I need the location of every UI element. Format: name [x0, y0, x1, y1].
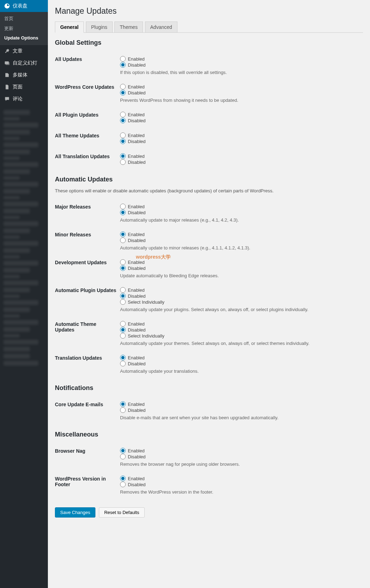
desc-dev: Update automatically to Bleeding Edge re…: [120, 273, 363, 278]
radio-all-translation-disabled[interactable]: Disabled: [120, 159, 363, 165]
pin-icon: [4, 48, 11, 55]
radio-dev-disabled[interactable]: Disabled: [120, 265, 363, 271]
comment-icon: [4, 95, 11, 103]
media-icon: [4, 72, 11, 79]
radio-core-email-disabled[interactable]: Disabled: [120, 407, 363, 413]
images-icon: [4, 60, 11, 67]
row-version-footer: WordPress Version in Footer Enabled Disa…: [55, 471, 363, 499]
radio-all-updates-disabled[interactable]: Disabled: [120, 62, 363, 68]
desc-core-email: Disable e-mails that are sent when your …: [120, 415, 363, 420]
section-heading-auto: Automatic Updates: [55, 176, 363, 183]
radio-browser-nag-disabled[interactable]: Disabled: [120, 454, 363, 459]
admin-sidebar: 仪表盘 首页 更新 Update Options 文章 自定义幻灯 多媒体: [0, 0, 48, 588]
tab-general[interactable]: General: [55, 21, 84, 33]
desc-browser-nag: Removes the browser nag for people using…: [120, 462, 363, 467]
radio-auto-translation-enabled[interactable]: Enabled: [120, 355, 363, 360]
sidebar-label: 多媒体: [13, 72, 27, 78]
radio-auto-theme-disabled[interactable]: Disabled: [120, 327, 363, 333]
row-dev: Development Updates Enabled Disabled Upd…: [55, 255, 363, 283]
label-minor: Minor Releases: [55, 231, 120, 237]
sidebar-item-media[interactable]: 多媒体: [0, 69, 48, 81]
radio-auto-translation-disabled[interactable]: Disabled: [120, 361, 363, 366]
label-version-footer: WordPress Version in Footer: [55, 475, 120, 487]
radio-wp-core-disabled[interactable]: Disabled: [120, 90, 363, 95]
main-content: Manage Updates General Plugins Themes Ad…: [48, 0, 370, 588]
tab-themes[interactable]: Themes: [114, 21, 143, 32]
dashboard-icon: [4, 2, 11, 10]
label-auto-translation: Translation Updates: [55, 354, 120, 361]
label-all-translation: All Translation Updates: [55, 153, 120, 159]
label-all-theme: All Theme Updates: [55, 132, 120, 138]
desc-auto-plugin: Automatically update your plugins. Selec…: [120, 307, 363, 312]
radio-all-translation-enabled[interactable]: Enabled: [120, 153, 363, 159]
sidebar-sub-home[interactable]: 首页: [0, 14, 48, 24]
radio-all-plugin-enabled[interactable]: Enabled: [120, 112, 363, 117]
radio-minor-disabled[interactable]: Disabled: [120, 237, 363, 243]
page-title: Manage Updates: [55, 6, 363, 16]
section-heading-misc: Miscellaneous: [55, 431, 363, 438]
sidebar-item-comments[interactable]: 评论: [0, 93, 48, 105]
sidebar-item-posts[interactable]: 文章: [0, 45, 48, 57]
radio-major-disabled[interactable]: Disabled: [120, 210, 363, 215]
sidebar-item-pages[interactable]: 页面: [0, 81, 48, 93]
radio-auto-plugin-disabled[interactable]: Disabled: [120, 293, 363, 299]
sidebar-sub-updates[interactable]: 更新: [0, 24, 48, 33]
radio-browser-nag-enabled[interactable]: Enabled: [120, 448, 363, 453]
label-wp-core: WordPress Core Updates: [55, 83, 120, 90]
svg-rect-1: [6, 62, 10, 65]
label-auto-plugin: Automatic Plugin Updates: [55, 287, 120, 293]
sidebar-submenu-dashboard: 首页 更新 Update Options: [0, 12, 48, 45]
radio-minor-enabled[interactable]: Enabled: [120, 231, 363, 237]
row-major: Major Releases Enabled Disabled Automati…: [55, 199, 363, 227]
radio-all-theme-enabled[interactable]: Enabled: [120, 132, 363, 138]
save-button[interactable]: Save Changes: [55, 507, 95, 518]
radio-auto-plugin-enabled[interactable]: Enabled: [120, 287, 363, 293]
sidebar-item-dashboard[interactable]: 仪表盘: [0, 0, 48, 12]
row-all-theme: All Theme Updates Enabled Disabled: [55, 128, 363, 149]
tab-advanced[interactable]: Advanced: [145, 21, 177, 32]
section-heading-notif: Notifications: [55, 384, 363, 392]
reset-button[interactable]: Reset to Defaults: [99, 507, 145, 518]
sidebar-label: 文章: [13, 48, 23, 54]
radio-all-theme-disabled[interactable]: Disabled: [120, 138, 363, 144]
page-icon: [4, 83, 11, 91]
label-all-plugin: All Plugin Updates: [55, 111, 120, 118]
desc-all-updates: If this option is disabled, this will ov…: [120, 70, 363, 75]
radio-major-enabled[interactable]: Enabled: [120, 204, 363, 209]
radio-core-email-enabled[interactable]: Enabled: [120, 401, 363, 407]
row-wp-core: WordPress Core Updates Enabled Disabled …: [55, 79, 363, 107]
row-auto-plugin: Automatic Plugin Updates Enabled Disable…: [55, 283, 363, 316]
desc-wp-core: Prevents WordPress from showing it needs…: [120, 98, 363, 103]
label-all-updates: All Updates: [55, 56, 120, 62]
radio-wp-core-enabled[interactable]: Enabled: [120, 84, 363, 89]
radio-auto-theme-select[interactable]: Select Individually: [120, 333, 363, 339]
radio-all-plugin-disabled[interactable]: Disabled: [120, 118, 363, 123]
row-all-plugin: All Plugin Updates Enabled Disabled: [55, 107, 363, 128]
radio-auto-theme-enabled[interactable]: Enabled: [120, 321, 363, 327]
section-heading-global: Global Settings: [55, 39, 363, 47]
sidebar-blurred-items: [0, 105, 48, 371]
actions-bar: Save Changes Reset to Defaults: [55, 507, 363, 518]
sidebar-item-slides[interactable]: 自定义幻灯: [0, 57, 48, 69]
auto-intro: These options will enable or disable aut…: [55, 188, 363, 193]
label-core-email: Core Update E-mails: [55, 401, 120, 407]
sidebar-label: 自定义幻灯: [13, 60, 37, 66]
radio-version-footer-enabled[interactable]: Enabled: [120, 476, 363, 481]
label-browser-nag: Browser Nag: [55, 447, 120, 454]
tab-plugins[interactable]: Plugins: [86, 21, 113, 32]
row-auto-theme: Automatic Theme Updates Enabled Disabled…: [55, 316, 363, 350]
label-auto-theme: Automatic Theme Updates: [55, 321, 120, 333]
row-all-updates: All Updates Enabled Disabled If this opt…: [55, 51, 363, 79]
radio-version-footer-disabled[interactable]: Disabled: [120, 482, 363, 487]
desc-minor: Automatically update to minor releases (…: [120, 245, 363, 250]
radio-all-updates-enabled[interactable]: Enabled: [120, 56, 363, 62]
watermark-text: wordpress大学: [136, 254, 171, 260]
sidebar-label: 页面: [13, 84, 23, 90]
row-core-email: Core Update E-mails Enabled Disabled Dis…: [55, 397, 363, 425]
sidebar-sub-update-options[interactable]: Update Options: [0, 33, 48, 42]
row-all-translation: All Translation Updates Enabled Disabled: [55, 149, 363, 169]
radio-auto-plugin-select[interactable]: Select Individually: [120, 299, 363, 305]
sidebar-label: 仪表盘: [13, 3, 27, 9]
tabs-nav: General Plugins Themes Advanced: [55, 21, 363, 33]
desc-auto-translation: Automatically update your translations.: [120, 369, 363, 374]
